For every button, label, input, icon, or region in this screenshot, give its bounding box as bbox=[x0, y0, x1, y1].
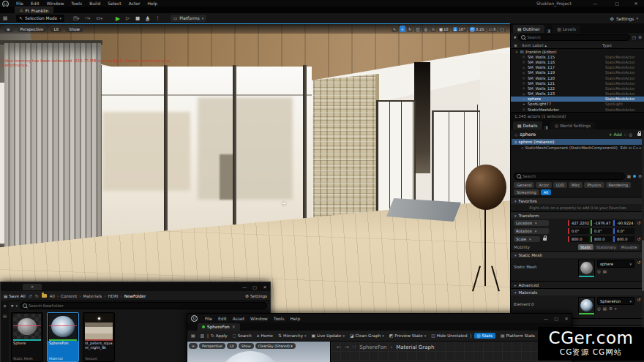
preview-pill[interactable]: Lit bbox=[227, 343, 237, 349]
rotation-x[interactable]: 0.0° bbox=[568, 228, 589, 234]
add-component-button[interactable]: + Add bbox=[609, 132, 622, 137]
viewport-tool[interactable]: + bbox=[400, 26, 405, 32]
selection-mode-dropdown[interactable]: Selection Mode bbox=[16, 15, 64, 22]
favorites-icon[interactable] bbox=[3, 303, 6, 308]
close-button[interactable]: ✕ bbox=[631, 1, 641, 6]
preview-pill[interactable]: ClearSky (Shared) ▾ bbox=[255, 343, 296, 349]
asset-card[interactable]: st_peters_square_night_4k Texture bbox=[83, 312, 115, 362]
filter-icon[interactable] bbox=[11, 304, 13, 308]
material-graph-canvas[interactable]: SphereFon › Material Graph bbox=[331, 342, 572, 362]
world-icon[interactable] bbox=[629, 132, 632, 137]
cb-settings-button[interactable]: Settings bbox=[245, 294, 267, 298]
breadcrumb-item[interactable]: Content bbox=[61, 294, 83, 298]
settings-dropdown[interactable]: Settings bbox=[610, 16, 638, 21]
play-button[interactable] bbox=[116, 15, 120, 22]
blueprint-icon[interactable] bbox=[624, 132, 627, 137]
section-transform[interactable]: Transform bbox=[511, 211, 644, 219]
location-y[interactable]: -1976.47 bbox=[591, 220, 612, 226]
viewport-tool[interactable]: ◎ bbox=[422, 26, 429, 32]
menu-item[interactable]: Edit bbox=[218, 316, 227, 321]
material-toolbar-item[interactable]: ▤ Platform Stats bbox=[501, 333, 535, 338]
menu-item[interactable]: Select bbox=[108, 1, 121, 6]
menu-item[interactable]: Help bbox=[148, 1, 158, 6]
viewport-tool[interactable]: ▦ 10 bbox=[438, 26, 450, 32]
material-thumbnail[interactable] bbox=[578, 297, 595, 314]
outliner-row[interactable]: ◇ sphere StaticMeshActor bbox=[511, 97, 644, 102]
new-folder-icon[interactable] bbox=[632, 35, 636, 39]
forward-icon[interactable] bbox=[345, 344, 349, 350]
viewport-pill[interactable]: Perspective bbox=[17, 26, 48, 32]
asset-card[interactable]: SphereFon Material bbox=[47, 312, 79, 362]
reset-icon[interactable] bbox=[636, 236, 642, 241]
filter-chip[interactable]: Misc bbox=[569, 182, 583, 188]
section-advanced[interactable]: Advanced bbox=[511, 281, 644, 288]
section-favorites[interactable]: Favorites bbox=[511, 197, 644, 204]
mobility-option[interactable]: Movable bbox=[619, 244, 640, 250]
play-options-button[interactable] bbox=[155, 15, 160, 21]
static-mesh-picker[interactable]: sphere bbox=[597, 260, 634, 268]
tab-world-settings[interactable]: World Settings bbox=[550, 121, 595, 129]
material-toolbar-item[interactable]: ◫ Hide Unrelated bbox=[431, 333, 467, 338]
component-row-selected[interactable]: sphere (Instance) bbox=[512, 139, 644, 145]
material-editor-titlebar[interactable]: U FileEditAssetWindowToolsHelp — ▢ ✕ bbox=[187, 314, 572, 323]
platforms-dropdown[interactable]: Platforms bbox=[171, 15, 206, 22]
outliner-column-header[interactable]: Item Label ▴ Type bbox=[511, 42, 644, 49]
material-preview-viewport[interactable]: ≡PerspectiveLitShowClearSky (Shared) ▾ bbox=[187, 342, 331, 362]
outliner-row[interactable]: ◇ SM_Walls_123 StaticMeshActor bbox=[511, 91, 644, 97]
asset-card[interactable]: Sphere Static Mesh bbox=[11, 312, 43, 362]
minimize-button[interactable]: — bbox=[239, 284, 250, 290]
menu-item[interactable]: Asset bbox=[233, 316, 244, 321]
collections-icon[interactable] bbox=[3, 314, 7, 318]
outliner-row[interactable]: ⚠ FI_Franklin (Editor) bbox=[511, 49, 644, 54]
viewport-pill[interactable]: Lit bbox=[50, 26, 62, 32]
section-materials[interactable]: Materials bbox=[511, 288, 644, 295]
sidebar-collapse-icon[interactable] bbox=[547, 29, 550, 33]
material-toolbar-item[interactable]: ◩ Preview State ▾ bbox=[389, 333, 426, 338]
lock-icon[interactable] bbox=[637, 133, 641, 136]
maximize-button[interactable]: ▢ bbox=[612, 1, 622, 6]
component-row[interactable]: StaticMeshComponent (StaticMeshComponent… bbox=[511, 145, 644, 151]
material-toolbar-item[interactable]: | bbox=[207, 333, 209, 338]
rotation-y[interactable]: 0.0° bbox=[591, 228, 612, 234]
material-asset-tab[interactable]: SphereFon ✕ bbox=[198, 323, 240, 331]
filter-chip[interactable]: LOD bbox=[553, 182, 567, 188]
viewport[interactable]: Video memory has been exhausted (218.75 … bbox=[0, 23, 510, 314]
material-toolbar-item[interactable]: ◌ Search bbox=[233, 333, 252, 338]
viewport-tool[interactable]: ◯ bbox=[498, 26, 506, 32]
outliner-row[interactable]: ◇ SM_Walls_122 StaticMeshActor bbox=[511, 86, 644, 91]
lock-icon[interactable] bbox=[543, 238, 547, 241]
save-icon[interactable] bbox=[3, 15, 7, 21]
viewport-pill[interactable]: Show bbox=[65, 26, 83, 32]
display-options-icon[interactable] bbox=[627, 174, 631, 178]
menu-item[interactable]: Actor bbox=[129, 1, 141, 6]
browse-to-asset-icon[interactable] bbox=[603, 306, 607, 311]
eject-button[interactable] bbox=[146, 15, 149, 21]
material-toolbar-item[interactable]: ⌂ Home bbox=[257, 333, 273, 338]
close-button[interactable]: ✕ bbox=[260, 284, 270, 290]
preview-pill[interactable]: Show bbox=[239, 343, 254, 349]
filter-chip[interactable]: General bbox=[514, 182, 534, 188]
material-toolbar-item[interactable]: ◪ Clean Graph ▾ bbox=[350, 333, 384, 338]
outliner-row[interactable]: ✦ SpotLight77 SpotLight bbox=[511, 102, 644, 107]
filter-chip[interactable]: All bbox=[541, 189, 551, 195]
material-picker[interactable]: SphereFon bbox=[597, 297, 634, 305]
material-toolbar-item[interactable]: ▥ bbox=[200, 333, 203, 338]
outliner-row[interactable]: ◇ SM_Walls_116 StaticMeshActor bbox=[511, 59, 644, 64]
material-toolbar-item[interactable]: ▣ Live Update ▾ bbox=[312, 333, 345, 338]
details-search-input[interactable] bbox=[514, 173, 625, 180]
rotation-dropdown[interactable]: Rotation bbox=[514, 228, 549, 234]
sidebar-collapse-icon[interactable] bbox=[544, 125, 548, 129]
outliner-row[interactable]: ◇ SM_Walls_115 StaticMeshActor bbox=[511, 54, 644, 59]
content-browser-tab[interactable]: ✕ bbox=[23, 284, 42, 290]
menu-item[interactable]: Tools bbox=[274, 316, 285, 321]
filter-chip[interactable]: Physics bbox=[584, 182, 604, 188]
material-toolbar-item[interactable]: ▤ bbox=[191, 333, 195, 338]
preview-pill[interactable]: Perspective bbox=[199, 343, 225, 349]
outliner-row[interactable]: ◇ SM_Walls_121 StaticMeshActor bbox=[511, 80, 644, 86]
cinematics-button[interactable] bbox=[96, 15, 102, 21]
viewport-tool[interactable]: ◰ 0.25 bbox=[468, 26, 486, 32]
breadcrumb-asset[interactable]: SphereFon bbox=[359, 344, 386, 350]
favorites-dot-icon[interactable] bbox=[633, 175, 636, 178]
viewport-menu-icon[interactable] bbox=[3, 26, 14, 32]
close-button[interactable]: ✕ bbox=[561, 316, 572, 321]
